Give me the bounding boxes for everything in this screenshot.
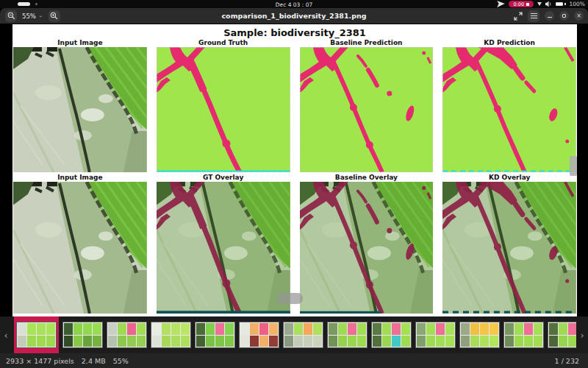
panel-label: Input Image [13, 174, 147, 182]
app-header: 55% ⌄ comparison_1_biodiversity_2381.png… [0, 8, 588, 24]
baseline-overlay-panel [300, 182, 434, 314]
status-bar: 2933 × 1477 pixels 2.4 MB 55% 1 / 232 [0, 353, 588, 368]
panel-label: KD Overlay [442, 174, 576, 182]
battery-label: 100% [570, 1, 585, 7]
input-image-panel-2 [13, 182, 147, 314]
panel-label: Baseline Prediction [300, 39, 434, 47]
volume-icon[interactable] [545, 1, 552, 7]
filmstrip-thumbnail[interactable] [62, 322, 103, 348]
thumbnail-image [415, 322, 456, 348]
filmstrip-thumbnail[interactable] [503, 322, 544, 348]
thumbnail-image [283, 322, 323, 348]
status-zoom-level: 55% [113, 357, 129, 365]
image-position-counter: 1 / 232 [555, 357, 579, 365]
panel-labels-row2: Input Image GT Overlay Baseline Overlay … [12, 174, 577, 182]
thumbnail-image [239, 322, 279, 348]
filmstrip-thumbnail[interactable] [415, 322, 456, 348]
file-size: 2.4 MB [82, 357, 106, 365]
recording-indicator[interactable]: 0:00 [509, 1, 534, 7]
kd-prediction-panel [442, 47, 576, 172]
filmstrip-thumbnail[interactable] [151, 322, 191, 348]
panel-label: KD Prediction [442, 39, 576, 47]
thumbnail-image [503, 322, 544, 348]
stop-icon [526, 3, 529, 6]
fullscreen-button[interactable] [514, 12, 523, 21]
filmstrip-next-button[interactable]: › [576, 316, 588, 353]
vertical-scrollbar-thumb[interactable] [570, 156, 577, 176]
close-button[interactable]: × [574, 11, 584, 21]
thumbnail-image [16, 322, 57, 348]
filmstrip-thumbnail[interactable] [327, 322, 368, 348]
thumbnail-image [371, 322, 412, 348]
system-top-bar: Dec 4 03 : 07 0:00 100% [0, 0, 588, 8]
battery-icon[interactable] [556, 2, 566, 7]
thumbnail-image [195, 322, 235, 348]
thumbnail-image [459, 322, 500, 348]
filmstrip-thumbnail[interactable] [107, 322, 147, 348]
gt-overlay-panel [157, 182, 290, 314]
kd-mask-image [442, 47, 576, 172]
horizontal-scrollbar-thumb[interactable] [277, 293, 303, 304]
panel-images-row1 [12, 47, 577, 172]
window-title: comparison_1_biodiversity_2381.png [0, 12, 588, 20]
recording-timer: 0:00 [513, 1, 524, 7]
baseline-mask-image [300, 47, 434, 172]
send-icon[interactable] [497, 1, 505, 7]
image-canvas[interactable]: Sample: biodiversity_2381 Input Image Gr… [12, 24, 577, 316]
aerial-image [13, 47, 147, 172]
ground-truth-panel [157, 47, 290, 172]
panel-label: Baseline Overlay [300, 174, 434, 182]
image-dimensions: 2933 × 1477 pixels [6, 357, 74, 365]
filmstrip-thumbnail[interactable] [14, 316, 59, 353]
baseline-prediction-panel [300, 47, 434, 172]
image-viewer-area: Sample: biodiversity_2381 Input Image Gr… [0, 24, 588, 316]
thumbnail-image [62, 322, 103, 348]
panel-label: GT Overlay [157, 174, 290, 182]
panel-labels-row1: Input Image Ground Truth Baseline Predic… [12, 39, 577, 47]
thumbnail-image [151, 322, 191, 348]
input-image-panel [13, 47, 147, 172]
thumbnail-image [107, 322, 147, 348]
ground-truth-mask-image [157, 47, 290, 172]
filmstrip-thumbnail[interactable] [195, 322, 235, 348]
filmstrip-thumbnail[interactable] [283, 322, 323, 348]
panel-label: Ground Truth [157, 39, 290, 47]
menu-button[interactable] [528, 10, 539, 22]
filmstrip-thumbnail[interactable] [239, 322, 279, 348]
baseline-overlay-image [300, 182, 434, 314]
filmstrip-prev-button[interactable]: ‹ [0, 316, 12, 353]
kd-overlay-image [442, 182, 576, 314]
restore-button[interactable] [559, 11, 569, 21]
gt-overlay-image [157, 182, 290, 314]
filmstrip: ‹ › [0, 316, 588, 353]
kd-overlay-panel [442, 182, 576, 314]
filmstrip-thumbnail[interactable] [459, 322, 500, 348]
thumbnail-image [327, 322, 368, 348]
figure-title: Sample: biodiversity_2381 [12, 27, 577, 39]
network-icon[interactable] [537, 2, 542, 6]
minimize-button[interactable] [545, 11, 554, 21]
filmstrip-thumbnails [14, 316, 588, 353]
hamburger-icon [531, 13, 537, 18]
panel-label: Input Image [13, 39, 147, 47]
filmstrip-thumbnail[interactable] [371, 322, 412, 348]
aerial-image [13, 182, 147, 314]
